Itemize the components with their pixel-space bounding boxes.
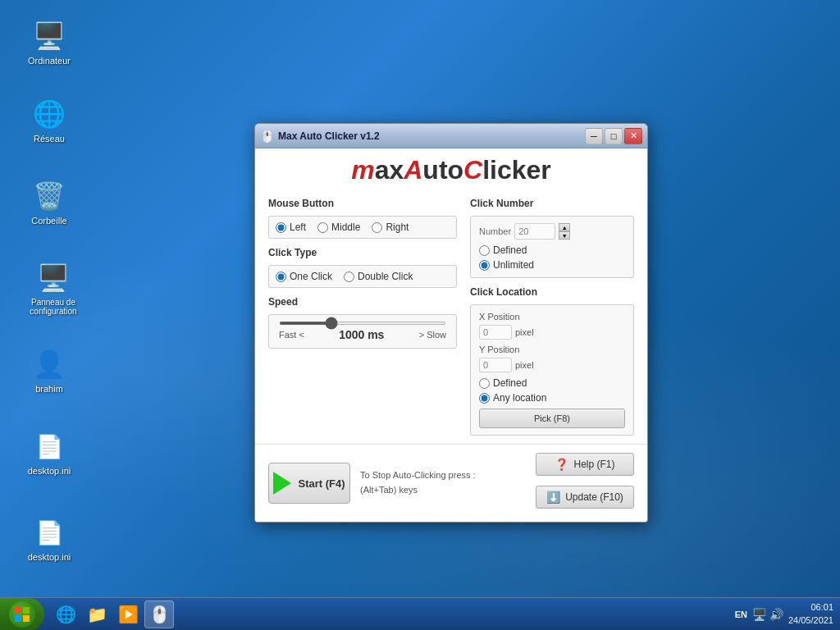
radio-left-label: Left — [290, 221, 306, 233]
desktop-icon-label: Panneau de configuration — [20, 298, 87, 316]
minimize-button[interactable]: ─ — [585, 128, 603, 144]
desktop-icon-label: Réseau — [34, 134, 65, 144]
radio-one-click[interactable]: One Click — [276, 271, 332, 282]
app-title-icon: 🖱️ — [260, 130, 273, 143]
help-button-label: Help (F1) — [573, 459, 614, 470]
start-menu-button[interactable] — [0, 598, 44, 631]
close-button[interactable]: ✕ — [624, 128, 642, 144]
desktop-icon-label: Corbeille — [31, 216, 66, 226]
taskbar-app-icon[interactable]: 🖱️ — [144, 600, 174, 628]
desktop-icon-ordinateur[interactable]: 🖥️ Ordinateur — [16, 16, 82, 69]
svg-rect-0 — [15, 607, 21, 614]
desktop-icon-brahim[interactable]: 👤 brahim — [16, 345, 82, 397]
help-icon: ❓ — [555, 458, 568, 471]
desktop-icon-label: brahim — [35, 384, 63, 394]
y-position-input[interactable] — [479, 358, 512, 372]
start-button-label: Start (F4) — [298, 477, 345, 490]
desktop-icon-corbeille[interactable]: 🗑️ Corbeille — [16, 176, 82, 229]
svg-rect-2 — [15, 615, 21, 622]
spinner-up[interactable]: ▲ — [559, 223, 570, 231]
file-icon-2: 📄 — [33, 516, 66, 549]
click-number-title: Click Number — [470, 198, 634, 209]
y-position-label: Y Position — [479, 345, 528, 354]
radio-left[interactable]: Left — [276, 221, 306, 233]
start-button[interactable]: Start (F4) — [268, 463, 350, 504]
radio-defined-location[interactable]: Defined — [479, 377, 625, 389]
radio-middle-label: Middle — [331, 221, 360, 233]
user-icon: 👤 — [33, 348, 66, 381]
radio-middle-input[interactable] — [317, 222, 328, 233]
trash-icon: 🗑️ — [33, 180, 66, 212]
radio-unlimited-input[interactable] — [479, 260, 490, 271]
radio-defined-number-input[interactable] — [479, 245, 490, 256]
radio-any-location-input[interactable] — [479, 393, 490, 404]
radio-double-click[interactable]: Double Click — [344, 271, 413, 282]
click-number-box: Number ▲ ▼ Defined Unlimited — [470, 216, 634, 278]
x-position-input[interactable] — [479, 325, 512, 340]
speed-slider[interactable] — [279, 322, 446, 325]
radio-right-input[interactable] — [372, 222, 382, 233]
radio-any-location[interactable]: Any location — [479, 392, 625, 404]
desktop-icon-reseau[interactable]: 🌐 Réseau — [16, 94, 82, 147]
maximize-button[interactable]: □ — [605, 128, 623, 144]
help-button[interactable]: ❓ Help (F1) — [536, 453, 634, 476]
update-button[interactable]: ⬇️ Update (F10) — [536, 486, 634, 509]
y-position-row: Y Position — [479, 345, 625, 354]
taskbar: 🌐 📁 ▶️ 🖱️ EN 🖥️ 🔊 06:01 24/05/2021 — [0, 597, 840, 630]
click-location-box: X Position pixel Y Position pixel Define… — [470, 304, 634, 436]
radio-one-click-label: One Click — [290, 271, 332, 282]
radio-double-click-input[interactable] — [344, 272, 354, 282]
x-input-row: pixel — [479, 325, 625, 340]
update-button-label: Update (F10) — [565, 491, 623, 503]
radio-defined-location-input[interactable] — [479, 378, 490, 389]
radio-right[interactable]: Right — [372, 221, 409, 233]
stop-hint-line1: To Stop Auto-Clicking press : — [360, 468, 476, 483]
desktop-icon-panneau[interactable]: 🖥️ Panneau de configuration — [16, 258, 90, 319]
app-logo: maxAutoClicker — [272, 157, 631, 183]
desktop-icon-label: Ordinateur — [28, 56, 71, 66]
radio-unlimited[interactable]: Unlimited — [479, 259, 625, 271]
x-position-label: X Position — [479, 312, 528, 322]
taskbar-ie-icon[interactable]: 🌐 — [51, 600, 80, 628]
spinner-down[interactable]: ▼ — [559, 231, 570, 240]
tray-icons: 🖥️ 🔊 — [752, 608, 783, 621]
pick-button[interactable]: Pick (F8) — [479, 409, 625, 428]
app-window: 🖱️ Max Auto Clicker v1.2 ─ □ ✕ maxAutoCl… — [254, 123, 648, 523]
radio-defined-number-label: Defined — [493, 244, 527, 256]
tray-date: 24/05/2021 — [788, 614, 833, 627]
left-panel: Mouse Button Left Middle Right Click Typ… — [268, 189, 457, 436]
radio-left-input[interactable] — [276, 222, 286, 233]
computer-icon: 🖥️ — [33, 20, 66, 52]
taskbar-explorer-icon[interactable]: 📁 — [82, 600, 112, 628]
svg-rect-1 — [23, 607, 30, 614]
number-spinners: ▲ ▼ — [559, 223, 570, 240]
network-icon: 🌐 — [33, 98, 66, 130]
speed-value: 1000 ms — [311, 328, 413, 341]
y-pixel-label: pixel — [515, 360, 534, 370]
control-panel-icon: 🖥️ — [37, 262, 70, 294]
number-input[interactable] — [514, 223, 555, 240]
radio-right-label: Right — [386, 221, 409, 233]
radio-double-click-label: Double Click — [358, 271, 413, 282]
desktop-icon-label: desktop.ini — [28, 466, 71, 476]
speed-slider-row — [279, 322, 446, 325]
radio-middle[interactable]: Middle — [317, 221, 360, 233]
app-body: Mouse Button Left Middle Right Click Typ… — [255, 189, 647, 444]
desktop-icon-desktop2[interactable]: 📄 desktop.ini — [16, 513, 82, 565]
click-type-title: Click Type — [268, 247, 457, 258]
tray-sound-icon: 🔊 — [769, 608, 783, 621]
taskbar-tray: EN 🖥️ 🔊 06:01 24/05/2021 — [728, 598, 840, 630]
fast-label: Fast < — [279, 330, 304, 340]
stop-hint: To Stop Auto-Clicking press : (Alt+Tab) … — [360, 468, 476, 497]
x-position-row: X Position — [479, 312, 625, 322]
tray-network-icon: 🖥️ — [752, 608, 766, 621]
tray-language: EN — [735, 609, 747, 619]
x-pixel-label: pixel — [515, 327, 534, 337]
radio-one-click-input[interactable] — [276, 272, 286, 282]
tray-clock: 06:01 24/05/2021 — [788, 601, 833, 627]
right-panel: Click Number Number ▲ ▼ Defined Unlimit — [470, 189, 634, 436]
taskbar-media-icon[interactable]: ▶️ — [113, 600, 143, 628]
speed-box: Fast < 1000 ms > Slow — [268, 314, 457, 349]
desktop-icon-desktop1[interactable]: 📄 desktop.ini — [16, 427, 82, 479]
radio-defined-number[interactable]: Defined — [479, 244, 625, 256]
